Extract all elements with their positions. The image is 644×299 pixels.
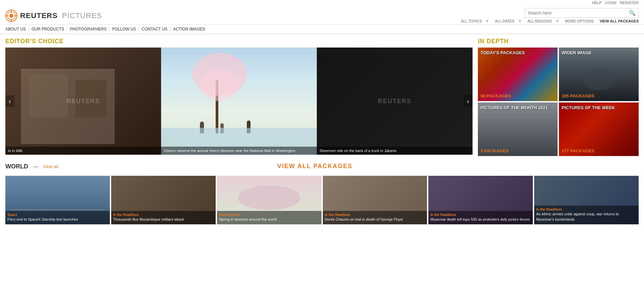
depth-card-label: PICTURES OF THE MONTH 2021	[481, 105, 548, 110]
register-link[interactable]: REGISTER	[620, 1, 639, 5]
search-icon[interactable]: 🔍	[629, 10, 636, 16]
world-card-tag: In the Headlines	[430, 213, 531, 217]
login-link[interactable]: LOGIN	[605, 1, 617, 5]
world-card-spring[interactable]: EnvironmentSpring in blossom around the …	[217, 176, 321, 224]
world-card-title: Myanmar death toll tops 500 as protester…	[430, 217, 530, 221]
carousel-slide-1: REUTERS ts in Idlib	[5, 48, 161, 155]
carousel-caption-2: Visitors observe the annual cherry bloss…	[161, 147, 317, 155]
filter-topics-arrow: ▼	[486, 19, 489, 23]
world-card-overlay: In the HeadlinesAs ethnic armies unite a…	[534, 206, 639, 224]
depth-card-label: WIDER IMAGE	[562, 50, 592, 55]
depth-card-todays-packages[interactable]: TODAY'S PACKAGES96 PACKAGES	[478, 48, 558, 101]
world-card-title: Derek Chauvin on trial in death of Georg…	[325, 217, 403, 221]
nav-item-action-images[interactable]: ACTION IMAGES	[170, 27, 208, 31]
carousel-next-button[interactable]: ›	[463, 95, 473, 107]
site-logo[interactable]: REUTERS PICTURES	[20, 11, 102, 20]
carousel-slide-2: Visitors observe the annual cherry bloss…	[161, 48, 317, 155]
world-card-chauvin[interactable]: In the HeadlinesDerek Chauvin on trial i…	[323, 176, 427, 224]
main-nav: ABOUT USOUR PRODUCTSPHOTOGRAPHERSFOLLOW …	[0, 25, 644, 34]
world-card-title: Fiery end to SpaceX Starship test launch…	[7, 217, 78, 221]
svg-point-2	[9, 14, 13, 18]
reuters-logo	[5, 10, 17, 22]
nav-item-contact-us[interactable]: CONTACT US	[139, 27, 170, 31]
carousel-caption-3: Silvermen ride on the back of a truck in…	[317, 147, 473, 155]
world-card-tag: In the Headlines	[113, 213, 214, 217]
nav-item-about-us[interactable]: ABOUT US	[5, 27, 29, 31]
depth-card-overlay	[559, 102, 639, 156]
view-all-packages-link[interactable]: VIEW ALL PACKAGES	[599, 19, 639, 23]
depth-card-overlay	[478, 102, 558, 156]
depth-card-wider-image[interactable]: WIDER IMAGE185 PACKAGES	[559, 48, 639, 101]
world-card-overlay: In the HeadlinesDerek Chauvin on trial i…	[323, 211, 427, 224]
world-card-tag: In the Headlines	[536, 208, 637, 211]
view-all-packages[interactable]: VIEW ALL PACKAGES	[277, 163, 353, 170]
in-depth-grid: TODAY'S PACKAGES96 PACKAGESWIDER IMAGE18…	[478, 48, 639, 156]
editors-choice-title: EDITOR'S CHOICE	[5, 38, 473, 45]
carousel-caption-1: ts in Idlib	[5, 147, 161, 155]
world-card-myanmar2[interactable]: In the HeadlinesAs ethnic armies unite a…	[534, 176, 639, 224]
carousel-slide-3: REUTERS Silvermen ride on the back of a …	[317, 48, 473, 155]
world-dash: —	[33, 164, 38, 169]
nav-item-our-products[interactable]: OUR PRODUCTS	[29, 27, 67, 31]
filter-regions-arrow: ▼	[556, 19, 559, 23]
world-card-title: Spring in blossom around the world	[219, 217, 277, 221]
depth-card-count: 185 PACKAGES	[562, 93, 594, 98]
depth-card-count: 96 PACKAGES	[481, 93, 511, 98]
world-card-title: Thousands flee Mozambique militant attac…	[113, 217, 184, 221]
filter-regions[interactable]: ALL REGIONS	[527, 19, 552, 23]
filter-dates[interactable]: ALL DATES	[495, 19, 514, 23]
nav-item-photographers[interactable]: PHOTOGRAPHERS	[67, 27, 110, 31]
world-card-spacex[interactable]: SpaceFiery end to SpaceX Starship test l…	[5, 176, 110, 224]
world-card-overlay: SpaceFiery end to SpaceX Starship test l…	[5, 211, 110, 224]
depth-card-label: TODAY'S PACKAGES	[481, 50, 525, 55]
depth-card-count: 3 PACKAGES	[481, 148, 509, 153]
logo-brand: REUTERS	[20, 11, 58, 20]
world-header: WORLD — View all	[5, 163, 58, 170]
world-card-overlay: EnvironmentSpring in blossom around the …	[217, 211, 321, 224]
world-card-title: As ethnic armies unite against coup, war…	[536, 212, 619, 221]
depth-card-pictures-of-month[interactable]: PICTURES OF THE MONTH 20213 PACKAGES	[478, 102, 558, 156]
world-grid: SpaceFiery end to SpaceX Starship test l…	[5, 176, 639, 224]
filter-dates-arrow: ▼	[518, 19, 521, 23]
in-depth-title: IN DEPTH	[478, 38, 639, 45]
logo-sub: PICTURES	[62, 11, 102, 20]
world-card-tag: In the Headlines	[325, 213, 425, 217]
world-view-all[interactable]: View all	[43, 164, 58, 169]
depth-card-label: PICTURES OF THE WEEK	[562, 105, 615, 110]
world-card-tag: Environment	[219, 213, 319, 217]
filter-topics[interactable]: ALL TOPICS	[461, 19, 482, 23]
nav-item-follow-us[interactable]: FOLLOW US	[110, 27, 139, 31]
world-card-overlay: In the HeadlinesMyanmar death toll tops …	[428, 211, 533, 224]
more-options[interactable]: MORE OPTIONS	[565, 19, 594, 23]
depth-card-count: 177 PACKAGES	[562, 148, 594, 153]
depth-card-overlay	[559, 48, 639, 101]
world-card-overlay: In the HeadlinesThousands flee Mozambiqu…	[111, 211, 216, 224]
depth-card-pictures-of-week[interactable]: PICTURES OF THE WEEK177 PACKAGES	[559, 102, 639, 156]
world-title: WORLD	[5, 163, 28, 170]
world-card-mozambique[interactable]: In the HeadlinesThousands flee Mozambiqu…	[111, 176, 216, 224]
world-card-myanmar[interactable]: In the HeadlinesMyanmar death toll tops …	[428, 176, 533, 224]
carousel-prev-button[interactable]: ‹	[5, 95, 14, 107]
search-input[interactable]	[528, 10, 629, 15]
depth-card-overlay	[478, 48, 558, 101]
world-card-tag: Space	[7, 213, 108, 217]
carousel: REUTERS ts in Idlib	[5, 48, 473, 155]
help-link[interactable]: HELP	[592, 1, 602, 5]
